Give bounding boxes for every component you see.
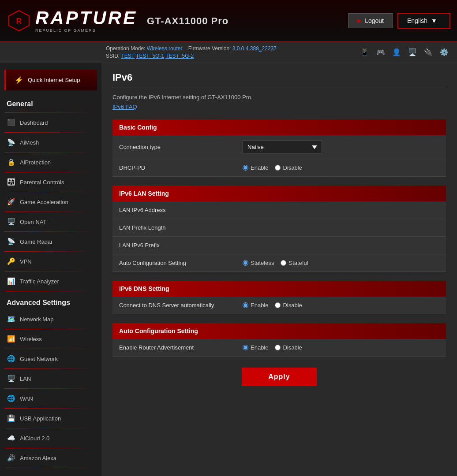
- sidebar-open-nat-label: Open NAT: [20, 219, 46, 225]
- dhcp-pd-label: DHCP-PD: [112, 159, 236, 177]
- sidebar-item-aicloud[interactable]: ☁️ AiCloud 2.0: [0, 429, 101, 447]
- ssid-test-5g1[interactable]: TEST_5G-1: [136, 53, 164, 59]
- dns-disable-radio[interactable]: [275, 302, 281, 308]
- apply-button[interactable]: Apply: [242, 368, 316, 386]
- divider-game-accel: [4, 212, 97, 212]
- firmware-value[interactable]: 3.0.0.4.388_22237: [232, 45, 277, 52]
- logout-label: Logout: [365, 17, 384, 24]
- tablet-icon[interactable]: 📱: [359, 46, 371, 59]
- logout-button[interactable]: ▶ Logout: [348, 13, 393, 28]
- ipv6-faq-link[interactable]: IPv6 FAQ: [112, 104, 137, 110]
- sidebar-item-parental-controls[interactable]: 👨‍👩‍👧 Parental Controls: [0, 173, 101, 191]
- logo: R RAPTURE GT-AX11000 Pro REPUBLIC OF GAM…: [7, 8, 228, 33]
- dns-disable-label[interactable]: Disable: [275, 302, 302, 309]
- dns-enable-radio[interactable]: [243, 302, 248, 308]
- stateless-radio[interactable]: [243, 260, 248, 266]
- sidebar-item-vpn[interactable]: 🔑 VPN: [0, 253, 101, 270]
- sidebar-game-radar-label: Game Radar: [20, 238, 52, 245]
- sidebar-item-game-acceleration[interactable]: 🚀 Game Acceleration: [0, 193, 101, 211]
- op-mode-label: Operation Mode:: [106, 45, 145, 52]
- sidebar-lan-label: LAN: [20, 376, 31, 382]
- quick-setup-label: Quick Internet Setup: [28, 77, 80, 83]
- ssid-line: SSID: TEST TEST_5G-1 TEST_5G-2: [106, 53, 277, 59]
- sidebar-item-game-radar[interactable]: 📡 Game Radar: [0, 233, 101, 250]
- ssid-test-5g2[interactable]: TEST_5G-2: [165, 53, 194, 59]
- connection-type-row: Connection type Native Disable Static IP…: [112, 135, 446, 159]
- monitor-icon[interactable]: 🖥️: [406, 46, 419, 59]
- ssid-test[interactable]: TEST: [121, 53, 134, 59]
- dns-setting-table: Connect to DNS Server automatically Enab…: [112, 297, 446, 314]
- main-layout: ⚡ Quick Internet Setup General ⬛ Dashboa…: [0, 63, 457, 476]
- advanced-section-title: Advanced Settings: [0, 292, 101, 310]
- dhcp-pd-enable-radio[interactable]: [243, 165, 248, 171]
- firmware-label: Firmware Version:: [188, 45, 231, 52]
- sidebar-wan-label: WAN: [20, 395, 33, 402]
- sidebar-item-aiprotection[interactable]: 🔒 AiProtection: [0, 153, 101, 171]
- sidebar-item-aimesh[interactable]: 📡 AiMesh: [0, 134, 101, 151]
- lan-ipv6-address-row: LAN IPv6 Address: [112, 201, 446, 219]
- logout-arrow-icon: ▶: [357, 18, 361, 24]
- info-left: Operation Mode: Wireless router Firmware…: [106, 45, 277, 59]
- basic-config-header: Basic Config: [112, 119, 446, 135]
- sidebar-item-dashboard[interactable]: ⬛ Dashboard: [0, 114, 101, 131]
- dhcp-pd-enable-label[interactable]: Enable: [243, 164, 268, 171]
- gear-icon[interactable]: ⚙️: [438, 46, 450, 59]
- lan-prefix-length-row: LAN Prefix Length: [112, 219, 446, 237]
- basic-config-table: Connection type Native Disable Static IP…: [112, 135, 446, 177]
- router-adv-enable-radio[interactable]: [243, 345, 248, 350]
- sidebar-dashboard-label: Dashboard: [20, 119, 48, 126]
- person-icon[interactable]: 👤: [390, 46, 403, 59]
- dhcp-pd-disable-label[interactable]: Disable: [275, 164, 302, 171]
- ssid-label: SSID:: [106, 53, 120, 59]
- page-description: Configure the IPv6 Internet setting of G…: [112, 94, 446, 100]
- connection-type-select[interactable]: Native Disable Static IPv6 DHCP-PD DHCPv…: [243, 141, 322, 153]
- lan-ipv6-prefix-value: [236, 237, 446, 254]
- sidebar-item-usb-application[interactable]: 💾 USB Application: [0, 409, 101, 427]
- page-divider: [112, 87, 446, 87]
- divider-aimesh: [4, 152, 97, 152]
- stateful-label[interactable]: Stateful: [281, 260, 308, 266]
- dhcp-pd-cell: Enable Disable: [236, 159, 446, 177]
- quick-setup-icon: ⚡: [15, 76, 23, 84]
- alexa-icon: 🔊: [7, 454, 15, 462]
- apply-section: Apply: [112, 368, 446, 386]
- divider-network-map: [4, 329, 97, 329]
- sidebar: ⚡ Quick Internet Setup General ⬛ Dashboa…: [0, 63, 101, 476]
- stateless-label[interactable]: Stateless: [243, 260, 274, 266]
- language-button[interactable]: English ▼: [397, 13, 450, 29]
- divider-parental: [4, 192, 97, 192]
- router-adv-disable-radio[interactable]: [275, 345, 281, 350]
- quick-internet-setup-button[interactable]: ⚡ Quick Internet Setup: [4, 70, 97, 90]
- sidebar-item-amazon-alexa[interactable]: 🔊 Amazon Alexa: [0, 449, 101, 467]
- wireless-icon: 📶: [7, 335, 15, 343]
- dhcp-pd-disable-text: Disable: [283, 164, 302, 171]
- router-adv-disable-text: Disable: [283, 344, 302, 351]
- traffic-icon: 📊: [7, 277, 15, 285]
- gamepad-icon[interactable]: 🎮: [375, 46, 387, 59]
- stateful-radio[interactable]: [281, 260, 286, 266]
- sidebar-item-guest-network[interactable]: 🌐 Guest Network: [0, 350, 101, 368]
- op-mode-value[interactable]: Wireless router: [147, 45, 183, 52]
- divider-open-nat: [4, 231, 97, 232]
- router-adv-label: Enable Router Advertisement: [112, 339, 236, 357]
- divider-wireless: [4, 349, 97, 349]
- dns-setting-header: IPv6 DNS Setting: [112, 281, 446, 297]
- sidebar-item-wan[interactable]: 🌐 WAN: [0, 390, 101, 407]
- usb-icon[interactable]: 🔌: [422, 46, 435, 59]
- info-icons: 📱 🎮 👤 🖥️ 🔌 ⚙️: [359, 46, 450, 59]
- general-section-title: General: [0, 95, 101, 112]
- sidebar-item-network-map[interactable]: 🗺️ Network Map: [0, 310, 101, 328]
- sidebar-parental-label: Parental Controls: [20, 179, 64, 186]
- aicloud-icon: ☁️: [7, 434, 15, 442]
- dns-enable-label[interactable]: Enable: [243, 302, 268, 309]
- router-adv-disable-label[interactable]: Disable: [275, 344, 302, 351]
- divider-dashboard: [4, 132, 97, 133]
- dashboard-icon: ⬛: [7, 119, 15, 126]
- router-adv-enable-label[interactable]: Enable: [243, 344, 268, 351]
- sidebar-item-traffic-analyzer[interactable]: 📊 Traffic Analyzer: [0, 272, 101, 290]
- sidebar-item-wireless[interactable]: 📶 Wireless: [0, 330, 101, 348]
- sidebar-item-lan[interactable]: 🖥️ LAN: [0, 370, 101, 387]
- sidebar-vpn-label: VPN: [20, 258, 32, 265]
- dhcp-pd-disable-radio[interactable]: [275, 165, 281, 171]
- sidebar-item-open-nat[interactable]: 🖥️ Open NAT: [0, 213, 101, 231]
